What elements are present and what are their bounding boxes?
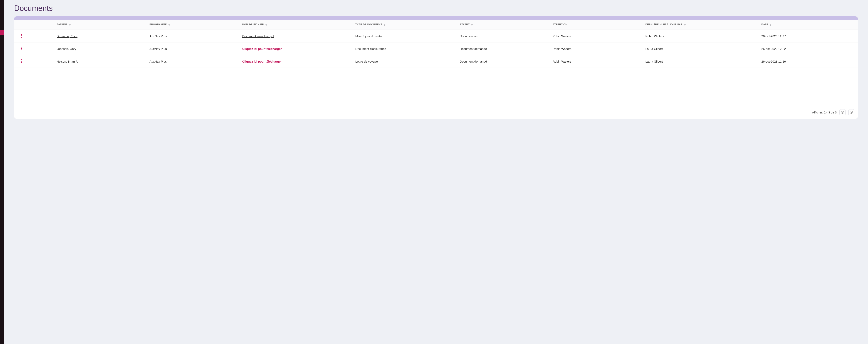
- column-header-filename[interactable]: Nom de fichier: [240, 20, 353, 30]
- cell-doctype: Document d'assurance: [353, 42, 458, 55]
- svg-point-4: [21, 48, 22, 49]
- cell-actions: [14, 42, 55, 55]
- sort-icon: [266, 24, 267, 26]
- table-row: Demarco, EricaAuxNav PlusDocument sans t…: [14, 30, 858, 42]
- kebab-icon: [21, 59, 22, 63]
- column-header-updatedby[interactable]: Dernière mise à jour par: [643, 20, 759, 30]
- cell-actions: [14, 30, 55, 42]
- kebab-icon: [21, 34, 22, 38]
- sort-icon: [69, 24, 71, 26]
- cell-attention: Robin Walters: [551, 42, 643, 55]
- table-header-row: Patient Programme Nom de fichier Ty: [14, 20, 858, 30]
- sort-icon: [471, 24, 473, 26]
- row-actions-menu-button[interactable]: [19, 46, 25, 52]
- cell-date: 26-oct-2023 12:27: [759, 30, 858, 42]
- table-row: Johnson, GaryAuxNav PlusCliquez ici pour…: [14, 42, 858, 55]
- cell-patient: Johnson, Gary: [55, 42, 148, 55]
- upload-link[interactable]: Cliquez ici pour télécharger: [242, 47, 282, 51]
- sort-icon: [770, 24, 771, 26]
- column-header-doctype[interactable]: Type de document: [353, 20, 458, 30]
- cell-programme: AuxNav Plus: [148, 42, 240, 55]
- documents-table: Patient Programme Nom de fichier Ty: [14, 20, 858, 68]
- pagination-bar: Afficher: 1 - 3 de 3: [14, 107, 858, 119]
- column-header-label: Date: [761, 23, 768, 26]
- cell-patient: Demarco, Erica: [55, 30, 148, 42]
- cell-filename: Cliquez ici pour télécharger: [240, 42, 353, 55]
- column-header-patient[interactable]: Patient: [55, 20, 148, 30]
- row-actions-menu-button[interactable]: [19, 33, 25, 39]
- pagination-from: 1: [824, 111, 826, 114]
- sort-icon: [684, 24, 686, 26]
- column-header-programme[interactable]: Programme: [148, 20, 240, 30]
- patient-link[interactable]: Nelson, Brian F.: [57, 60, 78, 63]
- cell-programme: AuxNav Plus: [148, 55, 240, 68]
- sort-icon: [384, 24, 385, 26]
- left-edge-accent: [0, 30, 4, 35]
- column-header-date[interactable]: Date: [759, 20, 858, 30]
- cell-updatedby: Robin Walters: [643, 30, 759, 42]
- column-header-label: Statut: [460, 23, 470, 26]
- pagination-prev-button[interactable]: [839, 109, 845, 115]
- row-actions-menu-button[interactable]: [19, 58, 25, 64]
- svg-point-7: [21, 61, 22, 62]
- cell-patient: Nelson, Brian F.: [55, 55, 148, 68]
- upload-link[interactable]: Cliquez ici pour télécharger: [242, 60, 282, 63]
- cell-attention: Robin Walters: [551, 30, 643, 42]
- arrow-right-circle-icon: [850, 111, 853, 114]
- patient-link[interactable]: Demarco, Erica: [57, 34, 78, 38]
- cell-updatedby: Laura Gilbert: [643, 42, 759, 55]
- svg-point-3: [21, 47, 22, 48]
- column-header-actions: [14, 20, 55, 30]
- column-header-label: Type de document: [355, 23, 382, 26]
- cell-doctype: Mise à jour du statut: [353, 30, 458, 42]
- cell-actions: [14, 55, 55, 68]
- cell-updatedby: Laura Gilbert: [643, 55, 759, 68]
- svg-point-8: [21, 62, 22, 63]
- svg-point-9: [841, 111, 844, 113]
- cell-status: Document reçu: [458, 30, 551, 42]
- pagination-dash: -: [827, 111, 828, 114]
- pagination-to: 3: [828, 111, 830, 114]
- pagination-next-button[interactable]: [848, 109, 854, 115]
- svg-point-2: [21, 37, 22, 38]
- svg-point-5: [21, 50, 22, 50]
- svg-point-6: [21, 59, 22, 60]
- column-header-label: Patient: [57, 23, 67, 26]
- table-row: Nelson, Brian F.AuxNav PlusCliquez ici p…: [14, 55, 858, 68]
- cell-date: 26-oct-2023 12:22: [759, 42, 858, 55]
- documents-panel: Patient Programme Nom de fichier Ty: [14, 16, 858, 119]
- pagination-of: de: [831, 111, 834, 114]
- column-header-label: Nom de fichier: [242, 23, 264, 26]
- pagination-total: 3: [835, 111, 837, 114]
- cell-filename: Cliquez ici pour télécharger: [240, 55, 353, 68]
- svg-point-0: [21, 34, 22, 35]
- cell-attention: Robin Walters: [551, 55, 643, 68]
- kebab-icon: [21, 47, 22, 51]
- column-header-attention: Attention: [551, 20, 643, 30]
- sort-icon: [168, 24, 170, 26]
- cell-filename: Document sans titre.pdf: [240, 30, 353, 42]
- column-header-label: Attention: [553, 23, 567, 26]
- cell-status: Document demandé: [458, 42, 551, 55]
- arrow-left-circle-icon: [841, 111, 844, 114]
- pagination-prefix: Afficher:: [812, 111, 823, 114]
- patient-link[interactable]: Johnson, Gary: [57, 47, 76, 51]
- column-header-status[interactable]: Statut: [458, 20, 551, 30]
- cell-doctype: Lettre de voyage: [353, 55, 458, 68]
- svg-point-1: [21, 35, 22, 36]
- left-edge-strip: [0, 0, 4, 344]
- svg-point-10: [850, 111, 852, 113]
- file-link[interactable]: Document sans titre.pdf: [242, 34, 274, 38]
- cell-programme: AuxNav Plus: [148, 30, 240, 42]
- cell-date: 26-oct-2023 11:26: [759, 55, 858, 68]
- cell-status: Document demandé: [458, 55, 551, 68]
- page-title: Documents: [14, 0, 858, 16]
- column-header-label: Dernière mise à jour par: [645, 23, 683, 26]
- pagination-text: Afficher: 1 - 3 de 3: [812, 111, 837, 114]
- column-header-label: Programme: [150, 23, 167, 26]
